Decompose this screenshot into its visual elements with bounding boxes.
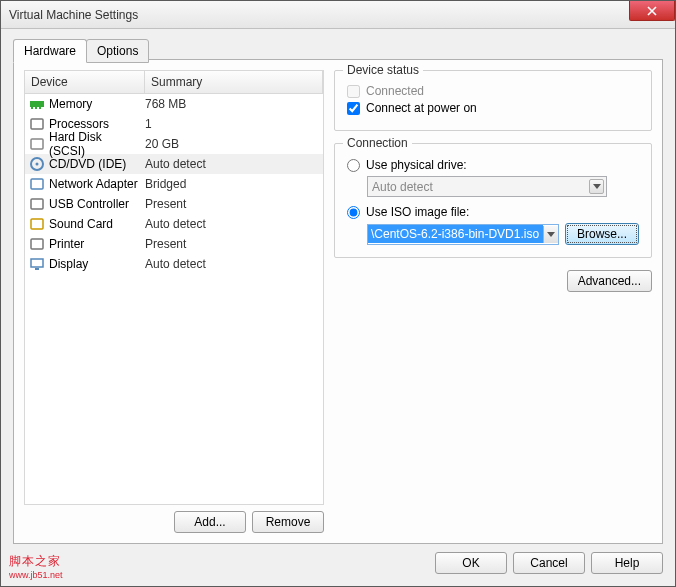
iso-path-value: \CentOS-6.2-i386-bin-DVD1.iso [368, 225, 543, 243]
net-icon [29, 176, 45, 192]
printer-icon [29, 236, 45, 252]
ok-button[interactable]: OK [435, 552, 507, 574]
table-row[interactable]: Sound CardAuto detect [25, 214, 323, 234]
connected-checkbox-row: Connected [347, 84, 639, 98]
device-name: Network Adapter [49, 177, 138, 191]
dialog-buttons: OK Cancel Help [435, 552, 663, 574]
list-header: Device Summary [25, 71, 323, 94]
poweron-checkbox[interactable] [347, 102, 360, 115]
table-row[interactable]: DisplayAuto detect [25, 254, 323, 274]
svg-rect-5 [31, 139, 43, 149]
add-button[interactable]: Add... [174, 511, 246, 533]
connection-legend: Connection [343, 136, 412, 150]
advanced-wrap: Advanced... [334, 270, 652, 292]
iso-radio-row[interactable]: Use ISO image file: [347, 205, 639, 219]
display-icon [29, 256, 45, 272]
svg-rect-8 [31, 179, 43, 189]
svg-point-7 [36, 163, 39, 166]
svg-rect-9 [31, 199, 43, 209]
svg-rect-0 [30, 101, 44, 107]
right-column: Device status Connected Connect at power… [334, 70, 652, 533]
browse-button[interactable]: Browse... [565, 223, 639, 245]
device-name: Display [49, 257, 88, 271]
table-row[interactable]: Hard Disk (SCSI)20 GB [25, 134, 323, 154]
dropdown-arrow-icon [589, 179, 604, 194]
device-summary: Present [139, 237, 319, 251]
window: Virtual Machine Settings Hardware Option… [0, 0, 676, 587]
watermark-main: 脚本之家 [9, 554, 61, 568]
device-status-group: Device status Connected Connect at power… [334, 70, 652, 131]
watermark-sub: www.jb51.net [9, 570, 63, 580]
connected-checkbox [347, 85, 360, 98]
device-summary: Auto detect [139, 257, 319, 271]
physical-drive-dropdown: Auto detect [367, 176, 607, 197]
svg-rect-1 [31, 107, 33, 109]
watermark: 脚本之家 www.jb51.net [9, 553, 63, 580]
device-name: Printer [49, 237, 84, 251]
window-title: Virtual Machine Settings [9, 8, 138, 22]
physical-drive-label: Use physical drive: [366, 158, 467, 172]
device-summary: Auto detect [139, 157, 319, 171]
header-summary[interactable]: Summary [145, 71, 323, 93]
svg-rect-2 [35, 107, 37, 109]
device-summary: 768 MB [139, 97, 319, 111]
poweron-checkbox-row[interactable]: Connect at power on [347, 101, 639, 115]
content-area: Hardware Options Device Summary Memory76… [1, 29, 675, 586]
disk-icon [29, 136, 45, 152]
left-column: Device Summary Memory768 MBProcessors1Ha… [24, 70, 324, 533]
physical-drive-radio[interactable] [347, 159, 360, 172]
list-buttons: Add... Remove [24, 511, 324, 533]
device-name: Sound Card [49, 217, 113, 231]
table-row[interactable]: Network AdapterBridged [25, 174, 323, 194]
device-summary: Auto detect [139, 217, 319, 231]
cancel-button[interactable]: Cancel [513, 552, 585, 574]
svg-rect-4 [31, 119, 43, 129]
connected-label: Connected [366, 84, 424, 98]
help-button[interactable]: Help [591, 552, 663, 574]
svg-rect-12 [31, 259, 43, 267]
iso-row: \CentOS-6.2-i386-bin-DVD1.iso Browse... [367, 223, 639, 245]
iso-label: Use ISO image file: [366, 205, 469, 219]
device-summary: Bridged [139, 177, 319, 191]
device-name: USB Controller [49, 197, 129, 211]
close-icon [647, 6, 657, 16]
device-summary: Present [139, 197, 319, 211]
header-device[interactable]: Device [25, 71, 145, 93]
poweron-label: Connect at power on [366, 101, 477, 115]
iso-path-input[interactable]: \CentOS-6.2-i386-bin-DVD1.iso [367, 224, 559, 245]
advanced-button[interactable]: Advanced... [567, 270, 652, 292]
device-status-legend: Device status [343, 63, 423, 77]
tab-hardware[interactable]: Hardware [13, 39, 87, 63]
svg-rect-3 [39, 107, 41, 109]
tab-options[interactable]: Options [86, 39, 149, 63]
memory-icon [29, 96, 45, 112]
svg-rect-11 [31, 239, 43, 249]
iso-radio[interactable] [347, 206, 360, 219]
connection-group: Connection Use physical drive: Auto dete… [334, 143, 652, 258]
svg-rect-13 [35, 268, 39, 270]
device-name: Processors [49, 117, 109, 131]
device-list[interactable]: Device Summary Memory768 MBProcessors1Ha… [24, 70, 324, 505]
tabs: Hardware Options [13, 39, 663, 63]
device-name: Hard Disk (SCSI) [49, 130, 139, 158]
table-row[interactable]: CD/DVD (IDE)Auto detect [25, 154, 323, 174]
table-row[interactable]: Memory768 MB [25, 94, 323, 114]
iso-dropdown-arrow-icon[interactable] [543, 226, 558, 243]
cd-icon [29, 156, 45, 172]
usb-icon [29, 196, 45, 212]
tabpanel-hardware: Device Summary Memory768 MBProcessors1Ha… [13, 59, 663, 544]
device-summary: 1 [139, 117, 319, 131]
table-row[interactable]: USB ControllerPresent [25, 194, 323, 214]
remove-button[interactable]: Remove [252, 511, 324, 533]
close-button[interactable] [629, 1, 675, 21]
titlebar: Virtual Machine Settings [1, 1, 675, 29]
device-name: Memory [49, 97, 92, 111]
device-name: CD/DVD (IDE) [49, 157, 126, 171]
physical-drive-radio-row[interactable]: Use physical drive: [347, 158, 639, 172]
sound-icon [29, 216, 45, 232]
svg-rect-10 [31, 219, 43, 229]
table-row[interactable]: PrinterPresent [25, 234, 323, 254]
physical-drive-value: Auto detect [372, 180, 433, 194]
device-summary: 20 GB [139, 137, 319, 151]
